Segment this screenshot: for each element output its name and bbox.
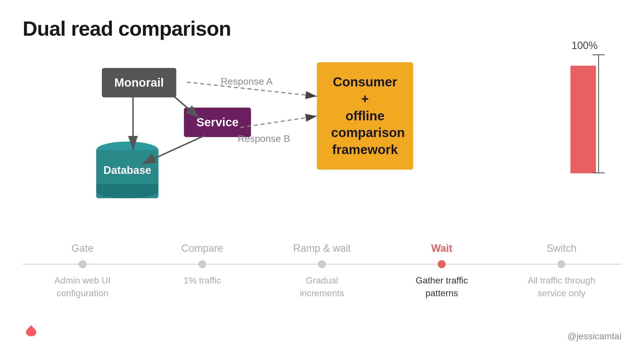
phase-labels: Gate Compare Ramp & wait Wait Switch: [0, 242, 644, 254]
bar-red: [570, 66, 596, 173]
response-a-label: Response A: [221, 76, 272, 87]
desc-gate: Admin web UIconfiguration: [23, 274, 142, 300]
phase-compare: Compare: [142, 242, 262, 254]
svg-line-6: [241, 116, 317, 127]
database-box: Database: [96, 142, 158, 198]
footer-handle: @jessicamtai: [567, 331, 621, 342]
bar-line: [598, 54, 599, 173]
bar-chart-label: 100%: [548, 40, 621, 52]
dot-compare: [198, 260, 206, 268]
monorail-box: Monorail: [102, 68, 176, 97]
phase-gate: Gate: [23, 242, 142, 254]
dot-switch: [557, 260, 565, 268]
phase-switch: Switch: [502, 242, 621, 254]
diagram-area: Monorail Service Database Consumer +offl…: [45, 45, 470, 238]
timeline-area: Gate Compare Ramp & wait Wait Switch Adm…: [0, 242, 644, 327]
desc-compare: 1% traffic: [142, 274, 262, 300]
footer-logo: [23, 323, 40, 342]
page-title: Dual read comparison: [23, 17, 621, 40]
phase-ramp: Ramp & wait: [262, 242, 382, 254]
timeline-track: [23, 260, 621, 268]
response-b-label: Response B: [238, 133, 290, 144]
service-box: Service: [184, 108, 251, 137]
bar-container: [548, 54, 621, 173]
dot-gate: [79, 260, 87, 268]
dot-wait: [438, 260, 446, 268]
dot-ramp: [318, 260, 326, 268]
consumer-framework-box: Consumer +offlinecomparisonframework: [317, 62, 413, 170]
bar-chart-area: 100%: [548, 40, 621, 187]
desc-ramp: Gradualincrements: [262, 274, 382, 300]
phase-descriptions: Admin web UIconfiguration 1% traffic Gra…: [0, 268, 644, 300]
phase-wait: Wait: [382, 242, 502, 254]
slide: Dual read comparison Monorail Service Da…: [0, 0, 644, 350]
desc-switch: All traffic throughservice only: [502, 274, 621, 300]
timeline-dots: [23, 260, 621, 268]
desc-wait: Gather trafficpatterns: [382, 274, 502, 300]
